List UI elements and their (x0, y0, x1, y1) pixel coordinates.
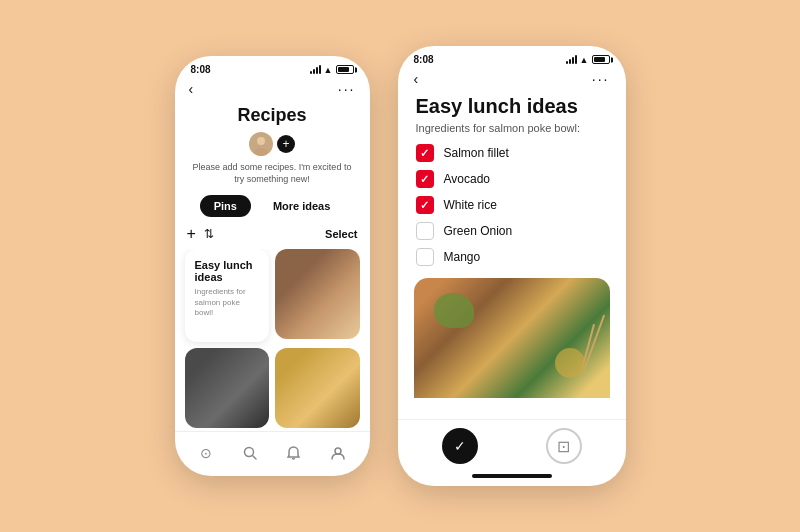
toolbar-left: + ⇅ (187, 225, 214, 243)
ingredient-item-mango[interactable]: Mango (416, 248, 608, 266)
ingredient-name-mango: Mango (444, 250, 481, 264)
ingredient-item-salmon[interactable]: ✓ Salmon fillet (416, 144, 608, 162)
svg-point-0 (257, 137, 265, 145)
checkbox-rice[interactable]: ✓ (416, 196, 434, 214)
ingredient-item-onion[interactable]: Green Onion (416, 222, 608, 240)
checkmark-icon-3: ✓ (420, 199, 429, 212)
more-button[interactable]: ··· (338, 81, 356, 97)
right-nav: ‹ ··· (398, 69, 626, 91)
food-photo-image (414, 278, 610, 398)
checkmark-icon-2: ✓ (420, 173, 429, 186)
tabs-row: Pins More ideas (175, 191, 370, 225)
right-page-title: Easy lunch ideas (416, 95, 608, 118)
ingredient-item-rice[interactable]: ✓ White rice (416, 196, 608, 214)
left-nav: ‹ ··· (175, 79, 370, 101)
right-status-bar: 8:08 ▲ (398, 46, 626, 69)
ingredient-name-salmon: Salmon fillet (444, 146, 509, 160)
ingredient-name-avocado: Avocado (444, 172, 490, 186)
pin-title: Easy lunch ideas (195, 259, 260, 283)
pin-card-food-4[interactable] (275, 348, 360, 428)
ingredient-name-rice: White rice (444, 198, 497, 212)
right-wifi-icon: ▲ (580, 55, 589, 65)
tab-more-ideas[interactable]: More ideas (259, 195, 344, 217)
ingredient-list: ✓ Salmon fillet ✓ Avocado ✓ White rice (398, 140, 626, 274)
checkbox-avocado[interactable]: ✓ (416, 170, 434, 188)
checkmark-icon: ✓ (420, 147, 429, 160)
right-header: Easy lunch ideas Ingredients for salmon … (398, 91, 626, 140)
right-status-icons: ▲ (566, 55, 610, 65)
select-button[interactable]: Select (325, 228, 357, 240)
checkbox-mango[interactable] (416, 248, 434, 266)
right-more-button[interactable]: ··· (592, 71, 610, 87)
nav-profile-icon[interactable] (325, 440, 351, 466)
subtitle-text: Please add some recipes. I'm excited to … (189, 162, 356, 185)
pins-grid: Easy lunch ideas Ingredients for salmon … (175, 249, 370, 431)
left-time: 8:08 (191, 64, 211, 75)
svg-point-4 (335, 448, 341, 454)
back-button[interactable]: ‹ (189, 81, 194, 97)
pin-card-food-3[interactable] (185, 348, 270, 428)
filter-icon[interactable]: ⇅ (204, 227, 214, 241)
tab-pins[interactable]: Pins (200, 195, 251, 217)
toolbar-row: + ⇅ Select (175, 225, 370, 249)
nav-notifications-icon[interactable] (281, 440, 307, 466)
left-phone: 8:08 ▲ ‹ ··· Recipes (175, 56, 370, 476)
pin-card-easy-lunch[interactable]: Easy lunch ideas Ingredients for salmon … (185, 249, 270, 342)
bottom-nav: ⊙ (175, 431, 370, 476)
svg-line-3 (253, 456, 257, 460)
ingredient-name-onion: Green Onion (444, 224, 513, 238)
right-time: 8:08 (414, 54, 434, 65)
checkbox-onion[interactable] (416, 222, 434, 240)
add-avatar-button[interactable]: + (277, 135, 295, 153)
pin-card-food-1[interactable] (275, 249, 360, 339)
wifi-icon: ▲ (324, 65, 333, 75)
nav-home-icon[interactable]: ⊙ (193, 440, 219, 466)
right-phone: 8:08 ▲ ‹ ··· Easy lunch ideas Ingredient… (398, 46, 626, 486)
svg-point-1 (254, 148, 268, 156)
left-header: Recipes + Please add some recipes. I'm e… (175, 101, 370, 191)
battery-icon (336, 65, 354, 74)
right-signal-icon (566, 55, 577, 64)
food-photo-container (414, 278, 610, 415)
right-bottom-bar: ✓ ⊡ (398, 419, 626, 474)
avatar (249, 132, 273, 156)
pin-description: Ingredients for salmon poke bowl! (195, 287, 260, 318)
right-battery-icon (592, 55, 610, 64)
right-subtitle: Ingredients for salmon poke bowl: (416, 122, 608, 134)
nav-search-icon[interactable] (237, 440, 263, 466)
checkbox-salmon[interactable]: ✓ (416, 144, 434, 162)
image-action-button[interactable]: ⊡ (546, 428, 582, 464)
page-title: Recipes (189, 105, 356, 126)
add-pin-button[interactable]: + (187, 225, 196, 243)
right-back-button[interactable]: ‹ (414, 71, 419, 87)
ingredient-item-avocado[interactable]: ✓ Avocado (416, 170, 608, 188)
avatar-row: + (189, 132, 356, 156)
home-indicator (472, 474, 552, 478)
check-action-button[interactable]: ✓ (442, 428, 478, 464)
left-status-icons: ▲ (310, 65, 354, 75)
left-status-bar: 8:08 ▲ (175, 56, 370, 79)
signal-icon (310, 65, 321, 74)
